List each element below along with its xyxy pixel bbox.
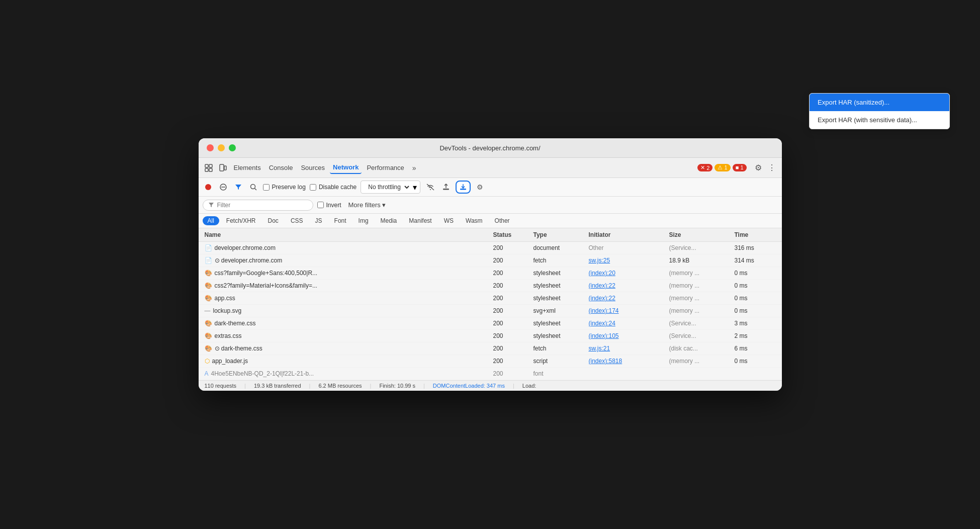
table-row[interactable]: 🎨 css?family=Google+Sans:400,500|R... 20… xyxy=(199,267,782,280)
more-filters-btn[interactable]: More filters ▾ xyxy=(345,199,389,211)
cell-type: svg+xml xyxy=(531,306,587,315)
filter-input[interactable] xyxy=(217,202,298,209)
cell-status: 200 xyxy=(491,306,531,315)
clear-btn[interactable] xyxy=(218,182,229,193)
preserve-log-label[interactable]: Preserve log xyxy=(263,184,306,191)
svg-point-6 xyxy=(205,184,211,190)
type-filters: All Fetch/XHR Doc CSS JS Font Img Media … xyxy=(199,214,782,228)
pill-all[interactable]: All xyxy=(203,216,219,225)
network-settings-btn[interactable]: ⚙ xyxy=(475,181,485,193)
preserve-log-checkbox[interactable] xyxy=(263,184,270,191)
inspect-icon xyxy=(205,164,213,172)
tab-elements[interactable]: Elements xyxy=(231,162,264,173)
cell-type: stylesheet xyxy=(531,281,587,290)
header-name[interactable]: Name xyxy=(203,230,491,239)
settings-icon-btn[interactable]: ⚙ xyxy=(753,161,764,174)
cell-size: (memory ... xyxy=(667,306,733,315)
header-size[interactable]: Size xyxy=(667,230,733,239)
more-options-btn[interactable]: ⋮ xyxy=(766,161,778,174)
header-status[interactable]: Status xyxy=(491,230,531,239)
tab-console[interactable]: Console xyxy=(266,162,296,173)
css-icon: 🎨 xyxy=(205,270,212,277)
cell-initiator: (index):20 xyxy=(587,269,667,278)
header-type[interactable]: Type xyxy=(531,230,587,239)
pill-js[interactable]: JS xyxy=(310,216,327,225)
pill-font[interactable]: Font xyxy=(329,216,351,225)
tab-network[interactable]: Network xyxy=(330,161,362,174)
maximize-button[interactable] xyxy=(229,144,236,151)
cell-time: 0 ms xyxy=(733,306,778,315)
cell-time: 2 ms xyxy=(733,331,778,340)
cell-time: 0 ms xyxy=(733,294,778,303)
table-header: Name Status Type Initiator Size Time xyxy=(199,228,782,242)
cell-name: 🎨 dark-theme.css xyxy=(203,319,491,328)
cell-status: 200 xyxy=(491,281,531,290)
cell-type: stylesheet xyxy=(531,294,587,303)
cell-size: (Service... xyxy=(667,319,733,328)
cell-time xyxy=(733,369,778,378)
throttle-wrapper: No throttling ▾ xyxy=(361,181,420,194)
cell-time: 0 ms xyxy=(733,269,778,278)
filter-icon-btn[interactable] xyxy=(233,182,244,193)
svg-rect-13 xyxy=(460,189,466,190)
table-row[interactable]: 📄 ⊙ developer.chrome.com 200 fetch sw.js… xyxy=(199,254,782,267)
pill-media[interactable]: Media xyxy=(376,216,402,225)
cell-size: (memory ... xyxy=(667,294,733,303)
pill-other[interactable]: Other xyxy=(490,216,515,225)
invert-label[interactable]: Invert xyxy=(317,202,341,209)
cell-type: stylesheet xyxy=(531,269,587,278)
error-badge[interactable]: ✕ 2 xyxy=(697,164,712,171)
device-toolbar-btn[interactable] xyxy=(217,162,229,174)
search-icon-btn[interactable] xyxy=(248,182,259,193)
pill-manifest[interactable]: Manifest xyxy=(404,216,436,225)
close-button[interactable] xyxy=(207,144,214,151)
table-row[interactable]: 🎨 ⊙ dark-theme.css 200 fetch sw.js:21 (d… xyxy=(199,342,782,355)
record-btn[interactable] xyxy=(203,182,214,193)
header-time[interactable]: Time xyxy=(733,230,778,239)
throttle-select[interactable]: No throttling xyxy=(364,182,411,192)
inspector-icon-btn[interactable] xyxy=(203,162,215,174)
table-row[interactable]: 🎨 app.css 200 stylesheet (index):22 (mem… xyxy=(199,292,782,305)
upload-icon-btn[interactable] xyxy=(440,182,452,193)
table-row[interactable]: A 4Hoe5ENbeNB-QD_2-1Ql|f22L-21-b... 200 … xyxy=(199,368,782,380)
disable-cache-checkbox[interactable] xyxy=(310,184,316,191)
svg-rect-4 xyxy=(220,164,224,171)
download-icon xyxy=(460,184,467,191)
svg-rect-1 xyxy=(209,164,212,167)
cell-status: 200 xyxy=(491,243,531,252)
doc-icon: 📄 xyxy=(205,257,212,264)
disable-cache-label[interactable]: Disable cache xyxy=(310,184,357,191)
pill-fetch-xhr[interactable]: Fetch/XHR xyxy=(221,216,261,225)
download-har-btn[interactable] xyxy=(456,181,471,194)
pill-img[interactable]: Img xyxy=(353,216,374,225)
cell-initiator: (index):5818 xyxy=(587,357,667,366)
wifi-icon-btn[interactable] xyxy=(424,182,436,193)
cell-time: 0 ms xyxy=(733,357,778,366)
table-row[interactable]: 📄 developer.chrome.com 200 document Othe… xyxy=(199,242,782,254)
warn-badge[interactable]: ⚠ 1 xyxy=(715,164,730,171)
throttle-arrow: ▾ xyxy=(413,183,417,192)
info-badge[interactable]: ■ 1 xyxy=(733,164,747,171)
table-row[interactable]: ⬡ app_loader.js 200 script (index):5818 … xyxy=(199,355,782,368)
minimize-button[interactable] xyxy=(218,144,225,151)
table-row[interactable]: — lockup.svg 200 svg+xml (index):174 (me… xyxy=(199,305,782,317)
invert-checkbox[interactable] xyxy=(317,202,324,208)
table-row[interactable]: 🎨 css2?family=Material+Icons&family=... … xyxy=(199,280,782,292)
cell-initiator: (index):22 xyxy=(587,281,667,290)
pill-doc[interactable]: Doc xyxy=(263,216,284,225)
table-row[interactable]: 🎨 extras.css 200 stylesheet (index):105 … xyxy=(199,330,782,342)
tab-performance[interactable]: Performance xyxy=(364,162,407,173)
table-row[interactable]: 🎨 dark-theme.css 200 stylesheet (index):… xyxy=(199,317,782,330)
device-icon xyxy=(219,164,227,172)
tab-sources[interactable]: Sources xyxy=(298,162,328,173)
cell-status: 200 xyxy=(491,294,531,303)
header-initiator[interactable]: Initiator xyxy=(587,230,667,239)
sep1: | xyxy=(244,383,246,389)
css-icon: 🎨 xyxy=(205,345,212,352)
search-icon xyxy=(250,184,257,191)
pill-wasm[interactable]: Wasm xyxy=(461,216,488,225)
tab-more[interactable]: » xyxy=(409,162,419,174)
pill-css[interactable]: CSS xyxy=(286,216,308,225)
pill-ws[interactable]: WS xyxy=(439,216,459,225)
status-bar: 110 requests | 19.3 kB transferred | 6.2… xyxy=(199,380,782,391)
